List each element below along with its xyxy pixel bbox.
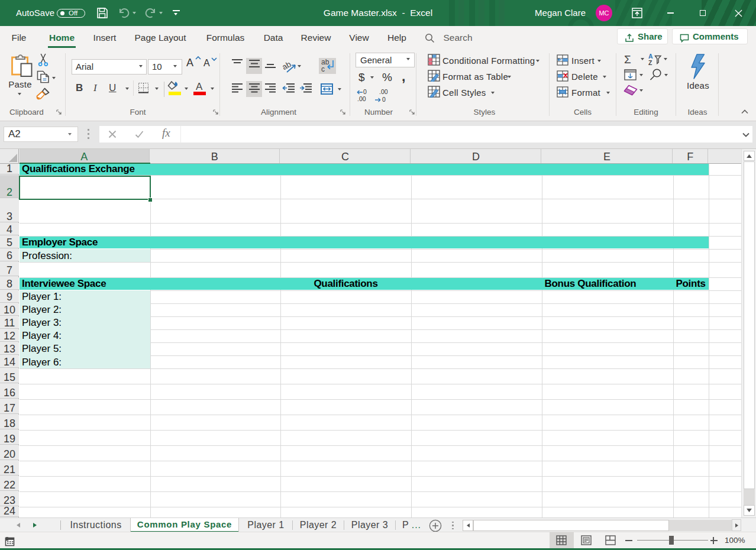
svg-text:c: c bbox=[321, 65, 325, 73]
svg-text:ab: ab bbox=[283, 60, 293, 72]
svg-text:Z: Z bbox=[648, 59, 652, 66]
